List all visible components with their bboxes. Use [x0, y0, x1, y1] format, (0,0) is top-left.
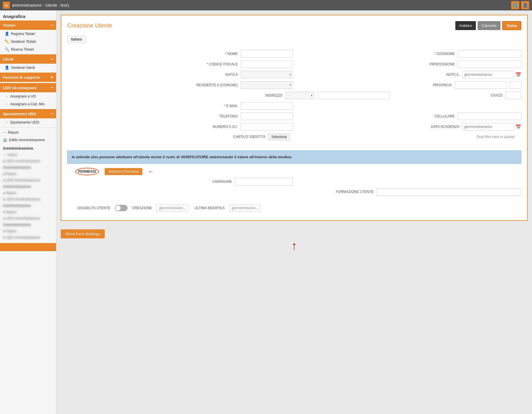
- content-area: Creazione Utente Indietro Cancella Salva…: [56, 10, 532, 414]
- telefono-input[interactable]: [241, 113, 293, 120]
- sidebar-item-edifici[interactable]: 🏢 Edifici Amministrazione: [0, 136, 56, 144]
- sidebar-blurred-2: ● UDO Amministrazione: [0, 158, 56, 164]
- username-input[interactable]: [235, 178, 293, 185]
- sidebar-group-utenti: Utenti − 👤 Gestione Utenti: [0, 54, 56, 71]
- top-bar: « amministrazione - Utente : test1 🌐 👤: [0, 0, 532, 10]
- nato-a-select[interactable]: [241, 71, 293, 78]
- calendar-icon-scadenza[interactable]: 📅: [516, 124, 521, 130]
- sidebar-bottom-bar: [0, 243, 56, 251]
- search-icon: 🔍: [5, 47, 9, 51]
- provincia-short-input[interactable]: [510, 81, 521, 89]
- sidebar-group-header-spostamento[interactable]: Spostamento UDO −: [0, 109, 56, 118]
- permessi-row: PERMESSI Seleziona Permessi ←: [67, 168, 521, 175]
- carta-identita-label: CARTA D' IDENTITÀ: [228, 135, 265, 139]
- sidebar-group-header-titolari[interactable]: Titolari −: [0, 21, 56, 30]
- nato-il-label: NATO IL: [425, 73, 459, 77]
- professione-input[interactable]: [458, 60, 521, 68]
- sidebar-item-spostamento-udo[interactable]: → Spostamento UDO: [0, 118, 56, 126]
- sidebar-item-gestione-titolari[interactable]: ✏️ Gestione Titolari: [0, 38, 56, 45]
- salva-button[interactable]: Salva: [502, 21, 521, 30]
- indirizzo-type-select[interactable]: [285, 92, 314, 99]
- sidebar-blurred-12: Amministrazione: [0, 222, 56, 228]
- sidebar-group-label-utenti: Utenti: [3, 57, 14, 61]
- top-bar-left: « amministrazione - Utente : test1: [3, 2, 69, 9]
- nome-input[interactable]: [241, 50, 293, 58]
- form-row-indirizzo: INDIRIZZO CIVICO: [67, 92, 521, 99]
- codice-fiscale-input[interactable]: [241, 60, 293, 68]
- form-row-nato: NATO A NATO IL 📅: [67, 71, 521, 78]
- form-header: Creazione Utente Indietro Cancella Salva: [67, 21, 521, 30]
- sidebar-group-header-utenti[interactable]: Utenti −: [0, 54, 56, 64]
- provincia-label: PROVINCIA: [417, 83, 452, 87]
- nato-il-input[interactable]: [462, 71, 514, 78]
- sidebar-group-titolari: Titolari − 👤 Registra Titolari ✏️ Gestio…: [0, 21, 56, 53]
- indietro-button[interactable]: Indietro: [455, 21, 476, 30]
- arrow-icon-spostamento: →: [5, 120, 8, 124]
- calendar-icon-nato[interactable]: 📅: [516, 72, 521, 78]
- formazione-label: FORMAZIONE UTENTE: [336, 190, 374, 194]
- sidebar-item-assegnare-cod[interactable]: → Assegnare a Cod. Min.: [0, 100, 56, 108]
- provincia-input[interactable]: [455, 81, 507, 89]
- sidebar-amministrazione-title: Amministrazione: [0, 144, 56, 152]
- disabilita-toggle[interactable]: [115, 205, 128, 211]
- minus-icon: −: [51, 23, 53, 28]
- up-arrow-icon: ↑: [291, 240, 297, 251]
- data-scadenza-label: DATA SCADENZA: [425, 125, 459, 129]
- bottom-arrow-indicator: ↑: [61, 240, 528, 251]
- sidebar-blurred-5: ● UDO Amministrazione: [0, 177, 56, 183]
- form-row-carta: CARTA D' IDENTITÀ Seleziona Drop files h…: [67, 133, 521, 140]
- form-container: Creazione Utente Indietro Cancella Salva…: [61, 15, 528, 221]
- permessi-label: PERMESSI: [75, 168, 99, 175]
- main-layout: Anagrafica Titolari − 👤 Registra Titolar…: [0, 10, 532, 414]
- form-fields: * NOME * COGNOME * CODICE FISCALE: [67, 47, 521, 146]
- show-form-bindings-button[interactable]: Show Form Bindings: [61, 229, 105, 238]
- form-row-nome: * NOME * COGNOME: [67, 50, 521, 58]
- user-icon[interactable]: 👤: [521, 1, 529, 9]
- sidebar-group-label-funzioni: Funzioni di supporto: [3, 75, 40, 80]
- email-input[interactable]: [241, 102, 293, 110]
- indirizzo-label: INDIRIZZO: [248, 93, 282, 97]
- residente-a-select[interactable]: [241, 81, 293, 89]
- arrow-icon-report: →: [3, 130, 6, 135]
- plus-icon: +: [51, 75, 53, 80]
- top-bar-title: amministrazione - Utente : test1: [12, 3, 69, 8]
- seleziona-carta-button[interactable]: Seleziona: [268, 133, 290, 140]
- email-label: * E-MAIL: [203, 104, 238, 108]
- formazione-input[interactable]: [377, 188, 521, 196]
- data-scadenza-input[interactable]: [462, 123, 514, 130]
- globe-icon[interactable]: 🌐: [511, 1, 519, 9]
- sidebar-item-gestione-utenti[interactable]: 👤 Gestione Utenti: [0, 64, 56, 71]
- sidebar-group-header-funzioni[interactable]: Funzioni di supporto +: [0, 73, 56, 82]
- cancella-button[interactable]: Cancella: [478, 21, 500, 30]
- back-arrow-icon[interactable]: «: [3, 2, 10, 9]
- sidebar-item-report[interactable]: → Report: [0, 129, 56, 136]
- sidebar-group-header-udo[interactable]: UDO da assegnare −: [0, 83, 56, 92]
- sidebar-item-assegnare-uo[interactable]: → Assegnare a UO: [0, 92, 56, 100]
- lang-tab[interactable]: Italiano: [67, 36, 86, 43]
- seleziona-permessi-button[interactable]: Seleziona Permessi: [105, 168, 142, 175]
- indirizzo-input[interactable]: [317, 92, 389, 99]
- cognome-input[interactable]: [458, 50, 521, 58]
- codice-fiscale-label: * CODICE FISCALE: [203, 62, 238, 66]
- sidebar-blurred-1: → Import: [0, 152, 56, 158]
- sidebar-anagrafica-title: Anagrafica: [0, 10, 56, 21]
- sidebar-item-ricerca-titolari[interactable]: 🔍 Ricerca Titolari: [0, 45, 56, 53]
- sidebar-group-label-titolari: Titolari: [3, 23, 15, 27]
- disabilita-label: DISABILITA UTENTE: [73, 206, 111, 210]
- sidebar-blurred-11: ● UDO Amministrazione: [0, 215, 56, 222]
- creazione-date: giorno/mese/an...: [157, 205, 189, 211]
- sidebar-blurred-8: ● UDO Amministrazione: [0, 196, 56, 203]
- professione-label: PROFESSIONE: [420, 62, 455, 66]
- creazione-label: CREAZIONE: [132, 206, 152, 210]
- person-icon: 👤: [5, 32, 9, 36]
- numero-cdi-input[interactable]: [241, 123, 293, 130]
- sidebar-item-registra-titolari[interactable]: 👤 Registra Titolari: [0, 30, 56, 38]
- cellulare-input[interactable]: [458, 113, 521, 120]
- form-row-telefono: TELEFONO CELLULARE: [67, 113, 521, 120]
- cognome-label: * COGNOME: [420, 52, 455, 56]
- top-bar-right: 🌐 👤: [511, 1, 529, 9]
- person-icon-utenti: 👤: [5, 65, 9, 70]
- ultima-modifica-date: giorno/mese/an...: [229, 205, 261, 211]
- form-title: Creazione Utente: [67, 22, 112, 29]
- civico-input[interactable]: [505, 92, 521, 99]
